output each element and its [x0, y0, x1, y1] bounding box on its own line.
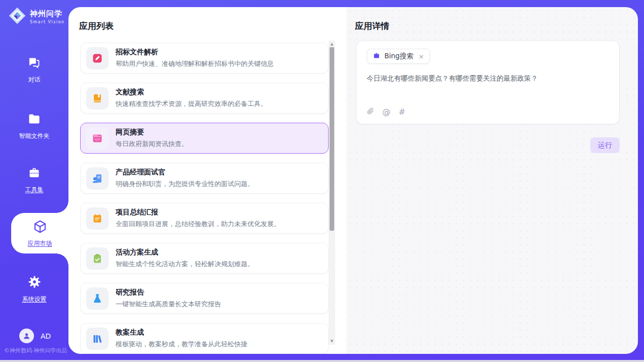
app-card-literature-search[interactable]: 文献搜索 快速精准查找学术资源，提高研究效率的必备工具。: [80, 83, 329, 114]
app-card-tender-analysis[interactable]: 招标文件解析 帮助用户快速、准确地理解和解析招标书中的关键信息: [80, 43, 329, 74]
app-desc: 快速精准查找学术资源，提高研究效率的必备工具。: [116, 99, 267, 108]
brand-subtitle: Smart Vision: [30, 20, 65, 24]
prompt-text[interactable]: 今日湖北有哪些新闻要点？有哪些需要关注的最新政策？: [367, 73, 610, 83]
user-name: AD: [41, 332, 51, 340]
sidebar: 神州问学 Smart Vision 对话 智能文件夹: [0, 0, 68, 360]
brand-name: 神州问学: [30, 9, 65, 19]
app-name: 网页摘要: [116, 128, 188, 137]
app-name: 文献搜索: [116, 88, 267, 97]
sidebar-item-label: 智能文件夹: [19, 132, 50, 140]
app-card-activity-plan[interactable]: 活动方案生成 智能生成个性化活动方案，轻松解决规划难题。: [80, 243, 329, 274]
sidebar-item-toolset[interactable]: 工具集: [0, 166, 68, 194]
app-list-panel: 应用列表 招标文件解析 帮助用户快速、准确地理解和解析招标书中的关键信息: [68, 7, 346, 354]
app-desc: 全面回顾项目进展，总结经验教训，助力未来优化发展。: [116, 220, 280, 229]
app-card-research-report[interactable]: 研究报告 一键智能生成高质量长文本研究报告: [80, 283, 329, 314]
app-detail-panel: 应用详情 Bing搜索 × 今日湖北有哪些新闻要点？有哪些需要关注的最新政策？: [346, 7, 638, 354]
note-icon: [86, 207, 109, 230]
app-name: 研究报告: [116, 288, 221, 297]
app-name: 项目总结汇报: [116, 208, 280, 217]
run-button[interactable]: 运行: [590, 137, 620, 153]
browser-code-icon: </>: [86, 127, 109, 150]
folder-icon: [27, 112, 41, 128]
app-name: 产品经理面试官: [116, 168, 254, 177]
avatar: [19, 329, 34, 343]
scroll-up-arrow-icon[interactable]: ▲: [329, 42, 335, 46]
window-bottom-edge: [0, 360, 644, 362]
app-desc: 明确身份和职责，为您提供专业性的面试问题。: [116, 179, 254, 189]
cube-icon: [32, 219, 48, 236]
app-name: 教案生成: [116, 328, 247, 337]
sidebar-item-app-market[interactable]: 应用市场: [11, 213, 68, 254]
pencil-square-icon: [86, 47, 109, 69]
app-name: 招标文件解析: [116, 48, 274, 57]
sidebar-item-label: 应用市场: [28, 239, 52, 248]
briefcase-icon: [373, 52, 380, 61]
app-window: 神州问学 Smart Vision 对话 智能文件夹: [0, 0, 644, 362]
sidebar-item-smart-folder[interactable]: 智能文件夹: [0, 112, 68, 140]
app-list-title: 应用列表: [79, 20, 114, 32]
tool-tag-bing-search[interactable]: Bing搜索 ×: [367, 49, 430, 64]
mention-icon[interactable]: @: [382, 107, 390, 117]
app-card-web-summary[interactable]: </> 网页摘要 每日政府新闻资讯快查。: [80, 123, 329, 154]
svg-text:</>: </>: [95, 137, 100, 141]
app-desc: 模板驱动，教案秒成，教学准备从此轻松快捷: [116, 340, 247, 349]
scrollbar-thumb[interactable]: [330, 47, 334, 231]
person-document-icon: [86, 167, 109, 190]
sidebar-item-settings[interactable]: 系统设置: [0, 275, 68, 304]
gear-icon: [27, 275, 42, 291]
tool-tag-label: Bing搜索: [384, 52, 413, 61]
app-detail-title: 应用详情: [355, 20, 389, 32]
app-desc: 一键智能生成高质量长文本研究报告: [116, 300, 221, 309]
app-card-list: 招标文件解析 帮助用户快速、准确地理解和解析招标书中的关键信息 文献搜索: [80, 43, 329, 354]
sidebar-item-chat[interactable]: 对话: [0, 56, 68, 84]
app-card-project-summary[interactable]: 项目总结汇报 全面回顾项目进展，总结经验教训，助力未来优化发展。: [80, 203, 329, 234]
books-icon: [86, 328, 109, 350]
clipboard-check-icon: [86, 247, 109, 270]
sidebar-item-label: 工具集: [25, 186, 44, 194]
sidebar-item-label: 对话: [28, 76, 41, 84]
close-icon[interactable]: ×: [418, 53, 424, 60]
brand-logo: 神州问学 Smart Vision: [8, 7, 65, 27]
copyright-text: ©神州数码·神州问学出品: [4, 347, 70, 354]
app-card-lesson-plan[interactable]: 教案生成 模板驱动，教案秒成，教学准备从此轻松快捷: [80, 323, 329, 354]
app-card-pm-interviewer[interactable]: 产品经理面试官 明确身份和职责，为您提供专业性的面试问题。: [80, 163, 329, 194]
diamond-logo-icon: [8, 7, 26, 27]
user-account[interactable]: AD: [19, 329, 51, 343]
hashtag-icon[interactable]: #: [399, 107, 405, 117]
prompt-input-card[interactable]: Bing搜索 × 今日湖北有哪些新闻要点？有哪些需要关注的最新政策？ @ #: [356, 41, 620, 124]
briefcase-icon: [27, 166, 41, 182]
app-desc: 每日政府新闻资讯快查。: [116, 139, 188, 149]
app-desc: 智能生成个性化活动方案，轻松解决规划难题。: [116, 260, 254, 269]
content-frame: 应用列表 招标文件解析 帮助用户快速、准确地理解和解析招标书中的关键信息: [68, 7, 638, 354]
app-desc: 帮助用户快速、准确地理解和解析招标书中的关键信息: [116, 59, 274, 68]
paperclip-icon[interactable]: [367, 106, 374, 117]
app-list-scrollbar[interactable]: ▲ ▼: [329, 41, 335, 345]
attachment-toolbar: @ #: [367, 106, 405, 117]
chat-icon: [27, 56, 41, 71]
book-icon: [86, 87, 109, 110]
research-flask-icon: [86, 287, 109, 310]
sidebar-item-label: 系统设置: [22, 295, 47, 304]
scroll-down-arrow-icon[interactable]: ▼: [329, 339, 335, 343]
app-name: 活动方案生成: [116, 248, 254, 257]
